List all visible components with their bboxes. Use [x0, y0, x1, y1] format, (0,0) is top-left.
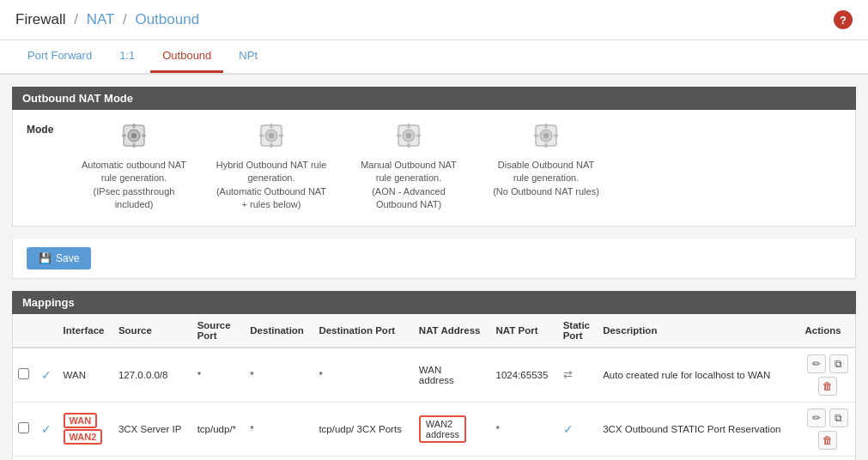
- breadcrumb: Firewall / NAT / Outbound: [15, 11, 199, 28]
- col-destination: Destination: [245, 314, 313, 348]
- svg-rect-13: [279, 135, 283, 137]
- manual-icon: [395, 122, 422, 155]
- col-description: Description: [598, 314, 799, 348]
- col-nat-address: NAT Address: [414, 314, 491, 348]
- row1-edit-button[interactable]: ✏: [807, 354, 826, 373]
- automatic-icon: [120, 122, 148, 155]
- disable-icon: [532, 122, 560, 155]
- table-row: ✓ WAN VLANs ✏ * * * WANaddress * ⇄ Rule …: [13, 456, 855, 460]
- svg-rect-5: [122, 135, 126, 137]
- nat-option-automatic[interactable]: Automatic outbound NAT rule generation.(…: [78, 122, 190, 212]
- svg-rect-6: [142, 135, 146, 137]
- row2-description: 3CX Outbound STATIC Port Reservation: [598, 402, 799, 456]
- mappings-section: Interface Source SourcePort Destination …: [12, 314, 856, 460]
- row3-source: VLANs ✏: [113, 456, 192, 460]
- row1-copy-button[interactable]: ⧉: [829, 354, 848, 373]
- row1-description: Auto created rule for localhost to WAN: [598, 348, 799, 402]
- breadcrumb-sep2: /: [123, 11, 127, 27]
- col-dest-port: Destination Port: [313, 314, 413, 348]
- row2-checkbox[interactable]: [18, 422, 29, 433]
- breadcrumb-sep1: /: [74, 11, 78, 27]
- row2-source-port: tcp/udp/*: [192, 402, 246, 456]
- svg-rect-18: [408, 143, 410, 148]
- svg-rect-24: [545, 124, 548, 128]
- svg-point-2: [131, 133, 137, 138]
- row2-dest-port: tcp/udp/ 3CX Ports: [313, 402, 413, 456]
- mappings-table: Interface Source SourcePort Destination …: [13, 314, 855, 460]
- row2-interface-wan2-tag: WAN2: [64, 429, 103, 445]
- nat-mode-section: Mode: [12, 110, 856, 227]
- mappings-section-header: Mappings: [12, 291, 856, 314]
- row2-checkbox-cell: [13, 402, 36, 456]
- row1-destination: *: [245, 348, 313, 402]
- mode-label: Mode: [27, 122, 78, 136]
- automatic-desc: Automatic outbound NAT rule generation.(…: [78, 159, 190, 212]
- row1-enabled-cell: ✓: [36, 348, 58, 402]
- row1-nat-address: WANaddress: [414, 348, 491, 402]
- svg-rect-17: [408, 124, 410, 128]
- svg-rect-3: [133, 124, 136, 128]
- table-row: ✓ WAN 127.0.0.0/8 * * * WANaddress 1024:…: [13, 348, 855, 402]
- tab-npt[interactable]: NPt: [227, 40, 270, 73]
- tab-outbound[interactable]: Outbound: [150, 40, 223, 73]
- row1-checkbox-cell: [13, 348, 36, 402]
- row3-static-port: ⇄: [558, 456, 598, 460]
- row2-enabled-cell: ✓: [36, 402, 58, 456]
- save-button[interactable]: 💾 Save: [27, 247, 91, 269]
- row3-destination: *: [245, 456, 313, 460]
- row1-enabled-check: ✓: [41, 368, 52, 382]
- nat-option-disable[interactable]: Disable Outbound NAT rule generation.(No…: [490, 122, 602, 212]
- nat-option-manual[interactable]: Manual Outbound NAT rule generation.(AON…: [353, 122, 464, 212]
- svg-rect-27: [554, 135, 558, 137]
- col-static-port: StaticPort: [558, 314, 598, 348]
- tab-port-forward[interactable]: Port Forward: [15, 40, 104, 73]
- nat-mode-section-header: Outbound NAT Mode: [12, 87, 856, 110]
- row1-source-port: *: [192, 348, 246, 402]
- row2-source: 3CX Server IP: [113, 402, 192, 456]
- row3-description: Rule for VLANs to WAN: [598, 456, 799, 460]
- row2-interface: WAN WAN2: [58, 402, 113, 456]
- nat-mode-options: Automatic outbound NAT rule generation.(…: [78, 122, 602, 212]
- col-checkbox: [13, 314, 36, 348]
- row2-nat-address: WAN2address: [414, 402, 491, 456]
- row3-interface: WAN: [58, 456, 113, 460]
- svg-rect-10: [270, 124, 273, 128]
- row2-actions: ✏ ⧉ 🗑: [800, 402, 855, 456]
- row1-source: 127.0.0.0/8: [113, 348, 192, 402]
- row2-static-port: ✓: [558, 402, 598, 456]
- header: Firewall / NAT / Outbound ?: [0, 0, 868, 40]
- col-actions: Actions: [800, 314, 855, 348]
- svg-rect-12: [259, 135, 264, 137]
- svg-rect-11: [270, 143, 273, 148]
- hybrid-desc: Hybrid Outbound NAT rule generation.(Aut…: [215, 159, 327, 212]
- breadcrumb-nat[interactable]: NAT: [87, 11, 114, 27]
- table-header-row: Interface Source SourcePort Destination …: [13, 314, 855, 348]
- col-nat-port: NAT Port: [491, 314, 558, 348]
- col-source: Source: [113, 314, 192, 348]
- row2-copy-button[interactable]: ⧉: [829, 409, 848, 427]
- row2-delete-button[interactable]: 🗑: [818, 431, 837, 450]
- nat-option-hybrid[interactable]: Hybrid Outbound NAT rule generation.(Aut…: [215, 122, 327, 212]
- row3-actions: ✏ ⧉ 🗑: [800, 456, 855, 460]
- save-icon: 💾: [39, 252, 52, 264]
- row3-dest-port: *: [313, 456, 413, 460]
- col-source-port: SourcePort: [192, 314, 246, 348]
- svg-rect-26: [534, 135, 538, 137]
- row1-shuffle-icon: ⇄: [563, 368, 573, 381]
- row2-edit-button[interactable]: ✏: [807, 409, 826, 427]
- row2-nat-address-tag: WAN2address: [419, 415, 466, 443]
- row2-enabled-check: ✓: [41, 422, 52, 436]
- row3-source-port: *: [192, 456, 246, 460]
- row1-delete-button[interactable]: 🗑: [818, 377, 837, 396]
- breadcrumb-firewall[interactable]: Firewall: [15, 11, 66, 27]
- help-button[interactable]: ?: [834, 10, 853, 29]
- row1-checkbox[interactable]: [18, 368, 29, 379]
- row3-enabled-cell: ✓: [36, 456, 58, 460]
- row2-static-check: ✓: [563, 422, 574, 436]
- row2-nat-port: *: [491, 402, 558, 456]
- svg-rect-20: [416, 135, 421, 137]
- manual-desc: Manual Outbound NAT rule generation.(AON…: [353, 159, 464, 212]
- row3-nat-port: *: [491, 456, 558, 460]
- tab-one-to-one[interactable]: 1:1: [107, 40, 147, 73]
- save-bar: 💾 Save: [12, 239, 856, 279]
